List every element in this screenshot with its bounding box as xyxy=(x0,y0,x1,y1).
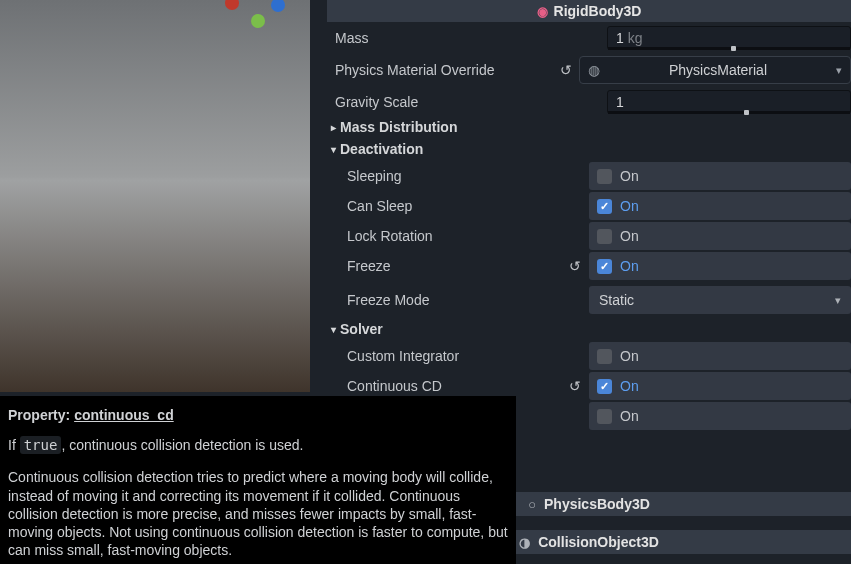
viewport-3d[interactable] xyxy=(0,0,310,392)
reset-continuous-cd[interactable]: ↺ xyxy=(561,378,589,394)
row-custom-integrator: Custom Integrator ↺ On xyxy=(327,342,851,370)
tooltip-prop-prefix: Property: xyxy=(8,407,70,423)
solver-extra-checkbox[interactable]: On xyxy=(589,402,851,430)
label-custom-integrator: Custom Integrator xyxy=(327,348,561,364)
tooltip-rest: , continuous collision detection is used… xyxy=(61,437,303,453)
row-mass: Mass ↺ 1 kg xyxy=(327,24,851,52)
pmo-value: PhysicsMaterial xyxy=(610,62,826,78)
gravity-value: 1 xyxy=(616,94,624,110)
group-label: Solver xyxy=(340,321,383,337)
gizmo-z-axis-icon[interactable] xyxy=(271,0,285,12)
group-label: Deactivation xyxy=(340,141,423,157)
row-sleeping: Sleeping ↺ On xyxy=(327,162,851,190)
freeze-checkbox[interactable]: On xyxy=(589,252,851,280)
checkbox-checked-icon xyxy=(597,199,612,214)
mass-value: 1 xyxy=(616,30,624,46)
freeze-text: On xyxy=(620,258,639,274)
checkbox-icon xyxy=(597,169,612,184)
gravity-slider-thumb[interactable] xyxy=(744,110,749,115)
continuous-cd-checkbox[interactable]: On xyxy=(589,372,851,400)
solver-extra-text: On xyxy=(620,408,639,424)
property-tooltip: Property: continuous_cd If true, continu… xyxy=(0,396,516,564)
section-title: RigidBody3D xyxy=(554,3,642,19)
freeze-mode-value: Static xyxy=(599,292,835,308)
chevron-right-icon: ▸ xyxy=(331,122,336,133)
tooltip-if: If xyxy=(8,437,20,453)
group-deactivation[interactable]: ▾ Deactivation xyxy=(327,138,851,160)
tooltip-paragraph: Continuous collision detection tries to … xyxy=(8,468,508,559)
row-freeze-mode: Freeze Mode Static ▾ xyxy=(327,286,851,314)
sleeping-checkbox[interactable]: On xyxy=(589,162,851,190)
mass-slider-thumb[interactable] xyxy=(731,46,736,51)
viewport-gizmo[interactable] xyxy=(225,0,295,30)
gravity-spinbox[interactable]: 1 xyxy=(607,90,851,114)
chevron-down-icon: ▾ xyxy=(331,324,336,335)
row-can-sleep: Can Sleep ↺ On xyxy=(327,192,851,220)
group-label: Mass Distribution xyxy=(340,119,457,135)
label-lock-rotation: Lock Rotation xyxy=(327,228,561,244)
checkbox-checked-icon xyxy=(597,379,612,394)
label-freeze-mode: Freeze Mode xyxy=(327,292,589,308)
lock-rotation-checkbox[interactable]: On xyxy=(589,222,851,250)
physicsbody3d-icon: ○ xyxy=(528,497,536,512)
label-continuous-cd: Continuous CD xyxy=(327,378,561,394)
material-icon: ◍ xyxy=(588,62,600,78)
mass-unit: kg xyxy=(628,30,643,46)
can-sleep-checkbox[interactable]: On xyxy=(589,192,851,220)
row-freeze: Freeze ↺ On xyxy=(327,252,851,280)
chevron-down-icon[interactable]: ▾ xyxy=(836,64,842,77)
tooltip-code-true: true xyxy=(20,436,62,454)
checkbox-icon xyxy=(597,349,612,364)
row-gravity: Gravity Scale ↺ 1 xyxy=(327,88,851,116)
group-mass-distribution[interactable]: ▸ Mass Distribution xyxy=(327,116,851,138)
mass-slider-track[interactable] xyxy=(608,47,850,50)
section-rigidbody3d[interactable]: ◉ RigidBody3D xyxy=(327,0,851,22)
chevron-down-icon: ▾ xyxy=(835,294,841,307)
checkbox-checked-icon xyxy=(597,259,612,274)
reset-freeze[interactable]: ↺ xyxy=(561,258,589,274)
can-sleep-text: On xyxy=(620,198,639,214)
reset-pmo[interactable]: ↺ xyxy=(553,62,579,78)
section-title: CollisionObject3D xyxy=(538,534,659,550)
freeze-mode-dropdown[interactable]: Static ▾ xyxy=(589,286,851,314)
label-sleeping: Sleeping xyxy=(327,168,561,184)
checkbox-icon xyxy=(597,409,612,424)
mass-spinbox[interactable]: 1 kg xyxy=(607,26,851,50)
lock-rotation-text: On xyxy=(620,228,639,244)
label-pmo: Physics Material Override xyxy=(327,62,553,78)
collisionobject3d-icon: ◑ xyxy=(519,535,530,550)
gizmo-y-axis-icon[interactable] xyxy=(251,14,265,28)
gizmo-x-axis-icon[interactable] xyxy=(225,0,239,10)
label-gravity: Gravity Scale xyxy=(327,94,581,110)
continuous-cd-text: On xyxy=(620,378,639,394)
row-pmo: Physics Material Override ↺ ◍ PhysicsMat… xyxy=(327,54,851,86)
custom-integrator-text: On xyxy=(620,348,639,364)
rigidbody3d-icon: ◉ xyxy=(537,4,548,19)
checkbox-icon xyxy=(597,229,612,244)
custom-integrator-checkbox[interactable]: On xyxy=(589,342,851,370)
chevron-down-icon: ▾ xyxy=(331,144,336,155)
tooltip-prop-name: continuous_cd xyxy=(74,407,174,423)
group-solver[interactable]: ▾ Solver xyxy=(327,318,851,340)
gravity-slider-track[interactable] xyxy=(608,111,850,114)
sleeping-text: On xyxy=(620,168,639,184)
row-lock-rotation: Lock Rotation ↺ On xyxy=(327,222,851,250)
label-freeze: Freeze xyxy=(327,258,561,274)
label-can-sleep: Can Sleep xyxy=(327,198,561,214)
pmo-picker[interactable]: ◍ PhysicsMaterial ▾ xyxy=(579,56,851,84)
section-title: PhysicsBody3D xyxy=(544,496,650,512)
label-mass: Mass xyxy=(327,30,581,46)
